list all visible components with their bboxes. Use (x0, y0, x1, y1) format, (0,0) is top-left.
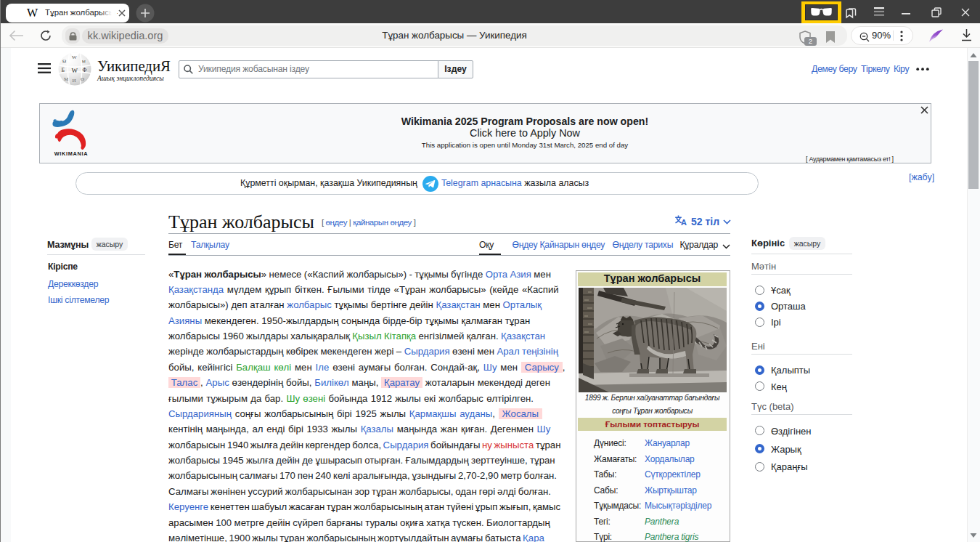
svg-text:Ө: Ө (81, 76, 84, 82)
svg-text:Ω: Ω (62, 58, 66, 64)
svg-text:ы: ы (82, 58, 86, 64)
svg-text:A: A (681, 218, 687, 227)
svg-text:Б: Б (62, 67, 65, 73)
svg-text:И: И (73, 78, 76, 84)
svg-text:W: W (72, 67, 78, 74)
svg-text:W: W (72, 54, 77, 60)
svg-text:Ф: Ф (83, 67, 87, 73)
svg-text:М: М (64, 76, 69, 82)
